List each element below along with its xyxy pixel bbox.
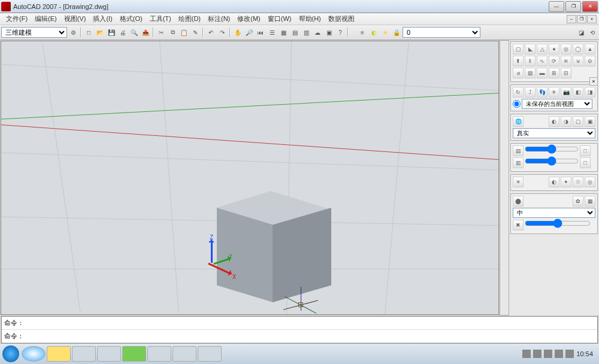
imprint-icon[interactable]: ⊞ [549,68,559,78]
orbit-icon[interactable]: ↻ [513,87,524,98]
light4-icon[interactable]: ◎ [585,177,595,187]
workspace-settings-icon[interactable]: ⚙ [68,27,78,38]
undo-icon[interactable]: ↶ [205,27,216,38]
slider2-icon[interactable]: ▥ [513,157,524,168]
toolpalette-icon[interactable]: ▤ [289,27,300,38]
task-item-1[interactable] [72,346,96,362]
minimize-button[interactable]: — [549,1,564,12]
visual-style-combo[interactable]: 真实 [513,128,595,138]
torus-icon[interactable]: ◯ [573,44,583,54]
vs4-icon[interactable]: ▣ [585,116,595,127]
swivel-icon[interactable]: ⤴ [525,87,536,98]
subtract-icon[interactable]: ⊖ [585,56,595,66]
layer-combo[interactable]: 0 [403,27,480,38]
drawing-area[interactable]: Z X Y [1,41,499,315]
light3-icon[interactable]: ☉ [573,177,583,187]
menu-help[interactable]: 帮助(H) [295,13,325,25]
slider2[interactable] [525,157,579,165]
wedge-icon[interactable]: ◣ [525,44,536,54]
new-icon[interactable]: □ [83,27,94,38]
mat-panel-icon[interactable]: ⬤ [513,196,524,207]
slider1-end-icon[interactable]: □ [580,145,591,156]
zoom-prev-icon[interactable]: ⏮ [255,27,266,38]
slice-icon[interactable]: ⌀ [513,68,524,78]
clock[interactable]: 10:54 [576,350,593,357]
cut-icon[interactable]: ✂ [156,27,167,38]
cone-icon[interactable]: △ [537,44,547,54]
mdi-restore[interactable]: ❐ [577,15,586,23]
menu-tools[interactable]: 工具(T) [146,13,175,25]
union-icon[interactable]: ⊎ [573,56,583,66]
mdi-minimize[interactable]: – [567,15,576,23]
paste-icon[interactable]: 📋 [179,27,189,38]
layer-prev-icon[interactable]: ⟲ [587,27,598,38]
light2-icon[interactable]: ✦ [561,177,571,187]
task-ie[interactable] [22,346,46,362]
lightbulb-icon[interactable]: ◐ [368,27,379,38]
task-item-2[interactable] [97,346,121,362]
task-item-6[interactable] [198,346,222,362]
start-button[interactable] [2,345,19,362]
layer-iso-icon[interactable]: ◪ [576,27,586,38]
presspull-icon[interactable]: ⇕ [525,56,536,66]
plot-icon[interactable]: 🖨 [117,27,128,38]
tray-icon-4[interactable] [555,350,563,358]
menu-dimension[interactable]: 标注(N) [204,13,234,25]
render-slider[interactable] [525,220,591,227]
view-current-radio[interactable] [513,100,521,108]
layer-mgr-icon[interactable]: ≡ [357,27,368,38]
separate-icon[interactable]: ⊟ [561,68,571,78]
slider1-icon[interactable]: ▤ [513,145,524,156]
saved-view-combo[interactable]: 未保存的当前视图 [522,99,592,109]
box-icon[interactable]: ▢ [513,44,524,54]
tray-icon-1[interactable] [522,350,531,358]
markup-icon[interactable]: ☁ [312,27,323,38]
mdi-close[interactable]: × [587,15,597,23]
view-icon[interactable]: ◧ [573,87,583,98]
workspace-combo[interactable]: 三维建模 [1,27,67,38]
save-icon[interactable]: 💾 [106,27,117,38]
menu-view[interactable]: 视图(V) [60,13,90,25]
tray-icon-3[interactable] [544,350,552,358]
extrude-icon[interactable]: ⬆ [513,56,524,66]
menu-format[interactable]: 格式(O) [116,13,146,25]
vscrollbar[interactable] [500,40,509,316]
freeze-icon[interactable]: ☀ [380,27,391,38]
camera-icon[interactable]: 📷 [561,87,571,98]
task-explorer[interactable] [47,346,71,362]
light-preset-combo[interactable]: 中 [513,208,595,218]
menu-dataview[interactable]: 数据视图 [325,13,358,25]
publish-icon[interactable]: 📤 [140,27,151,38]
view2-icon[interactable]: ◨ [585,87,595,98]
loft-icon[interactable]: ≋ [561,56,571,66]
pan-icon[interactable]: ✋ [232,27,243,38]
light1-icon[interactable]: ◐ [549,177,559,187]
pyramid-icon[interactable]: ▲ [585,44,595,54]
help-icon[interactable]: ? [335,27,346,38]
designcenter-icon[interactable]: ▦ [278,27,289,38]
thicken-icon[interactable]: ▬ [537,68,547,78]
fly-icon[interactable]: ✈ [549,87,559,98]
task-item-5[interactable] [173,346,196,362]
match-icon[interactable]: ✎ [190,27,201,38]
task-item-4[interactable] [147,346,171,362]
properties-icon[interactable]: ☰ [267,27,277,38]
redo-icon[interactable]: ↷ [217,27,228,38]
lock-icon[interactable]: 🔒 [391,27,402,38]
open-icon[interactable]: 📂 [95,27,105,38]
menu-file[interactable]: 文件(F) [2,13,31,25]
menu-window[interactable]: 窗口(W) [264,13,295,25]
calc-icon[interactable]: ▣ [323,27,334,38]
zoom-icon[interactable]: 🔎 [244,27,255,38]
sheetset-icon[interactable]: ▥ [301,27,311,38]
light-panel-icon[interactable]: ☀ [513,177,524,187]
vs2-icon[interactable]: ◑ [561,116,571,127]
menu-edit[interactable]: 编辑(E) [31,13,60,25]
mat2-icon[interactable]: ▦ [585,196,595,207]
tray-icon-2[interactable] [533,350,541,358]
mat1-icon[interactable]: ✿ [573,196,583,207]
close-button[interactable]: ✕ [582,1,598,12]
walk-icon[interactable]: 👣 [537,87,547,98]
tray-icon-5[interactable] [565,350,574,358]
revolve-icon[interactable]: ⟳ [549,56,559,66]
